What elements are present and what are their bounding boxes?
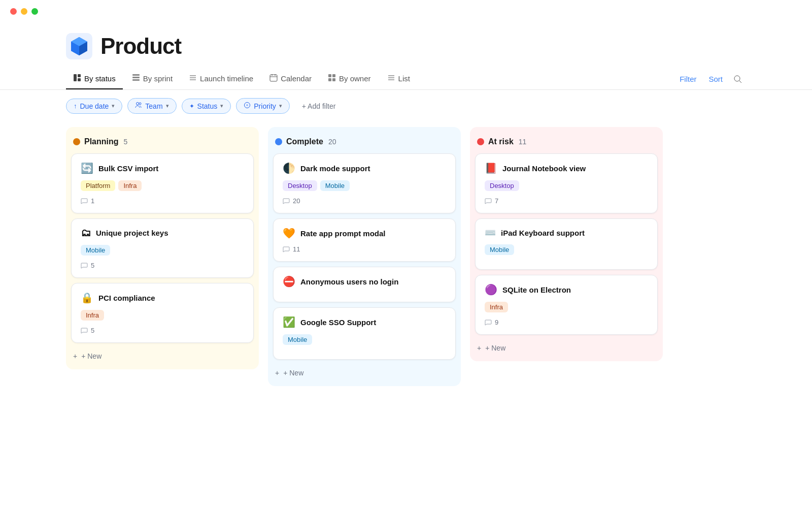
svg-rect-3 (78, 78, 81, 81)
svg-rect-5 (132, 77, 140, 78)
bulk-csv-tags: Platform Infra (81, 180, 244, 191)
calendar-icon (269, 74, 278, 83)
list-icon (387, 74, 395, 83)
comment-icon (81, 198, 88, 205)
card-sqlite[interactable]: 🟣 SQLite on Electron Infra 9 (475, 275, 658, 335)
svg-rect-4 (132, 74, 140, 76)
svg-rect-1 (74, 74, 77, 81)
sqlite-tags: Infra (485, 302, 648, 312)
priority-icon (244, 102, 251, 110)
planning-add-new[interactable]: + + New (71, 348, 254, 364)
tag-mobile: Mobile (320, 180, 350, 191)
column-complete: Complete 20 🌓 Dark mode support Desktop … (268, 127, 461, 386)
due-date-filter[interactable]: ↑ Due date ▾ (66, 99, 122, 114)
column-header-at-risk: At risk 11 (475, 132, 658, 153)
svg-rect-15 (332, 74, 335, 77)
svg-rect-16 (328, 78, 331, 81)
traffic-light-yellow[interactable] (21, 8, 27, 15)
svg-line-22 (739, 80, 742, 83)
ipad-tags: Mobile (485, 244, 648, 255)
at-risk-add-new[interactable]: + + New (475, 340, 658, 356)
svg-point-21 (734, 76, 740, 81)
add-filter-button[interactable]: + Add filter (295, 99, 343, 113)
card-rate-app[interactable]: 🧡 Rate app prompt modal 11 (273, 218, 456, 262)
google-sso-tags: Mobile (283, 334, 446, 345)
tab-by-owner[interactable]: By owner (321, 69, 378, 89)
due-date-icon: ↑ (74, 102, 77, 110)
team-filter[interactable]: Team ▾ (127, 98, 176, 114)
card-unique-project-keys[interactable]: 🗂 Unique project keys Mobile 5 (71, 218, 254, 278)
complete-add-new[interactable]: + + New (273, 365, 456, 381)
svg-rect-2 (78, 74, 81, 77)
complete-dot (275, 138, 282, 145)
comment-icon (485, 319, 492, 326)
tab-launch-timeline[interactable]: Launch timeline (182, 69, 260, 89)
rate-app-emoji: 🧡 (283, 227, 295, 239)
by-status-icon (73, 74, 81, 83)
tag-infra-sqlite: Infra (485, 302, 508, 312)
svg-rect-14 (328, 74, 331, 77)
tab-by-status[interactable]: By status (66, 69, 123, 89)
tab-calendar[interactable]: Calendar (262, 69, 319, 89)
sqlite-comments: 9 (485, 319, 648, 326)
page-title: Product (100, 34, 181, 59)
tab-bar: By status By sprint Launch timeline Cale… (0, 69, 812, 90)
pci-emoji: 🔒 (81, 292, 93, 304)
due-date-chevron: ▾ (112, 103, 115, 109)
comment-icon (283, 246, 290, 253)
by-owner-icon (328, 74, 336, 83)
tag-mobile-ipad: Mobile (485, 244, 514, 255)
svg-rect-6 (132, 79, 140, 81)
traffic-light-red[interactable] (10, 8, 17, 15)
tag-desktop: Desktop (283, 180, 317, 191)
traffic-light-green[interactable] (31, 8, 38, 15)
status-filter[interactable]: ✦ Status ▾ (182, 99, 231, 114)
pci-comments: 5 (81, 327, 244, 334)
bulk-csv-emoji: 🔄 (81, 162, 93, 174)
search-button[interactable] (730, 71, 746, 87)
card-anonymous-users[interactable]: ⛔ Anonymous users no login (273, 267, 456, 302)
team-icon (135, 102, 142, 110)
unique-keys-comments: 5 (81, 262, 244, 269)
tag-mobile: Mobile (81, 245, 110, 256)
tab-by-sprint[interactable]: By sprint (125, 69, 180, 89)
svg-rect-10 (270, 75, 277, 81)
card-google-sso[interactable]: ✅ Google SSO Support Mobile (273, 307, 456, 360)
tag-mobile-sso: Mobile (283, 334, 312, 345)
priority-filter[interactable]: Priority ▾ (236, 98, 290, 114)
comment-icon (485, 198, 492, 205)
tag-infra-pci: Infra (81, 310, 104, 321)
unique-keys-emoji: 🗂 (81, 227, 91, 239)
tag-platform: Platform (81, 180, 115, 191)
tab-list[interactable]: List (380, 69, 417, 89)
card-journal-notebook[interactable]: 📕 Journal Notebook view Desktop 7 (475, 153, 658, 213)
svg-point-26 (246, 104, 248, 106)
dark-mode-emoji: 🌓 (283, 162, 295, 174)
comment-icon (81, 327, 88, 334)
journal-emoji: 📕 (485, 162, 497, 174)
planning-dot (73, 138, 80, 145)
card-bulk-csv[interactable]: 🔄 Bulk CSV import Platform Infra 1 (71, 153, 254, 213)
comment-icon (283, 198, 290, 205)
svg-point-24 (139, 103, 141, 105)
status-chevron: ▾ (220, 103, 223, 109)
page-header: Product (0, 23, 812, 65)
sqlite-emoji: 🟣 (485, 283, 497, 296)
unique-keys-tags: Mobile (81, 245, 244, 256)
column-header-planning: Planning 5 (71, 132, 254, 153)
journal-comments: 7 (485, 197, 648, 205)
by-sprint-icon (132, 74, 140, 83)
comment-icon (81, 262, 88, 269)
rate-app-comments: 11 (283, 245, 446, 253)
sort-action[interactable]: Sort (703, 70, 728, 88)
card-ipad-keyboard[interactable]: ⌨️ iPad Keyboard support Mobile (475, 218, 658, 270)
filter-action[interactable]: Filter (674, 70, 701, 88)
filter-bar: ↑ Due date ▾ Team ▾ ✦ Status ▾ Priority … (0, 90, 812, 122)
page-icon (66, 33, 92, 59)
at-risk-dot (477, 138, 484, 145)
team-chevron: ▾ (166, 103, 169, 109)
status-icon: ✦ (189, 103, 194, 110)
svg-rect-17 (332, 78, 335, 81)
card-dark-mode[interactable]: 🌓 Dark mode support Desktop Mobile 20 (273, 153, 456, 213)
card-pci-compliance[interactable]: 🔒 PCI compliance Infra 5 (71, 283, 254, 343)
